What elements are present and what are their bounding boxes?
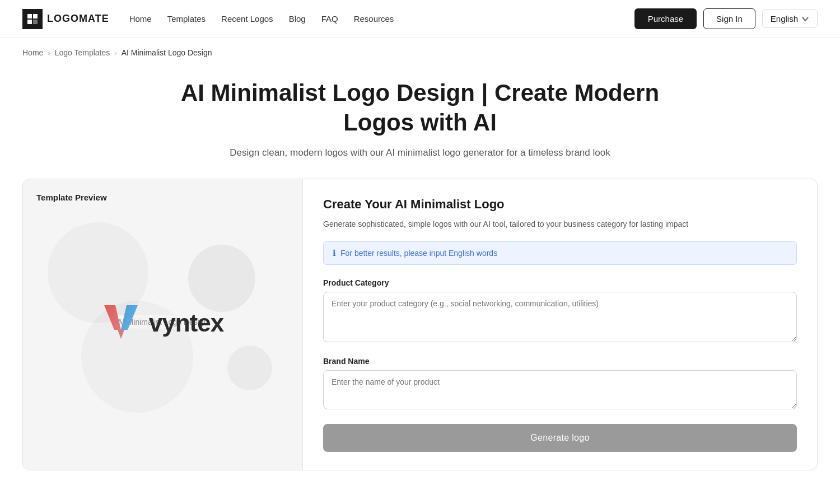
nav-templates[interactable]: Templates: [167, 14, 206, 24]
breadcrumb-home[interactable]: Home: [22, 48, 43, 57]
form-subtitle: Generate sophisticated, simple logos wit…: [323, 218, 797, 230]
main-content: Template Preview AI Minimalist Logo Desi…: [22, 179, 818, 470]
chevron-down-icon: [801, 15, 809, 23]
nav-left: LOGOMATE Home Templates Recent Logos Blo…: [22, 9, 394, 29]
svg-marker-5: [121, 305, 138, 330]
breadcrumb-separator-1: ›: [48, 49, 50, 57]
info-banner-text: For better results, please input English…: [340, 249, 497, 258]
navbar: LOGOMATE Home Templates Recent Logos Blo…: [0, 0, 840, 38]
svg-rect-2: [27, 20, 32, 24]
preview-logo-area: AI Minimalist Logo Design: [36, 211, 289, 435]
svg-marker-4: [104, 305, 121, 330]
product-category-group: Product Category: [323, 278, 797, 344]
language-label: English: [771, 14, 798, 24]
signin-button[interactable]: Sign In: [703, 8, 755, 29]
nav-blog[interactable]: Blog: [289, 14, 306, 24]
svg-marker-6: [118, 330, 124, 339]
product-category-input[interactable]: [323, 292, 797, 342]
breadcrumb-logo-templates[interactable]: Logo Templates: [55, 48, 110, 57]
hero-subtitle: Design clean, modern logos with our AI m…: [224, 147, 616, 158]
hero-title: AI Minimalist Logo Design | Create Moder…: [168, 78, 672, 137]
nav-home[interactable]: Home: [129, 14, 152, 24]
svg-rect-3: [33, 20, 38, 24]
form-title: Create Your AI Minimalist Logo: [323, 197, 797, 212]
nav-resources[interactable]: Resources: [354, 14, 394, 24]
hero-section: AI Minimalist Logo Design | Create Moder…: [0, 67, 840, 179]
language-selector[interactable]: English: [762, 10, 818, 28]
svg-rect-1: [33, 14, 38, 18]
logo-icon: [22, 9, 43, 29]
brand-name-group: Brand Name: [323, 357, 797, 412]
breadcrumb-current: AI Minimalist Logo Design: [122, 48, 212, 57]
preview-title: Template Preview: [36, 193, 289, 202]
logo[interactable]: LOGOMATE: [22, 9, 109, 29]
preview-panel: Template Preview AI Minimalist Logo Desi…: [23, 179, 303, 470]
nav-links: Home Templates Recent Logos Blog FAQ Res…: [129, 14, 394, 24]
logo-display: vyntex: [102, 301, 223, 346]
vyntex-icon: [102, 301, 140, 346]
form-panel: Create Your AI Minimalist Logo Generate …: [303, 179, 817, 470]
breadcrumb-separator-2: ›: [114, 49, 116, 57]
product-category-label: Product Category: [323, 278, 797, 287]
purchase-button[interactable]: Purchase: [634, 8, 697, 29]
generate-button[interactable]: Generate logo: [323, 424, 797, 452]
nav-faq[interactable]: FAQ: [321, 14, 338, 24]
logo-text: LOGOMATE: [47, 13, 109, 25]
brand-name-input[interactable]: [323, 370, 797, 409]
vyntex-brand-text: vyntex: [149, 309, 223, 337]
vyntex-logo-icon: [102, 301, 140, 346]
brand-name-label: Brand Name: [323, 357, 797, 366]
nav-right: Purchase Sign In English: [634, 8, 818, 29]
nav-recent-logos[interactable]: Recent Logos: [221, 14, 273, 24]
svg-rect-0: [27, 14, 32, 18]
bg-shape-4: [227, 346, 272, 390]
info-icon: ℹ: [333, 248, 336, 258]
breadcrumb: Home › Logo Templates › AI Minimalist Lo…: [0, 38, 840, 67]
info-banner: ℹ For better results, please input Engli…: [323, 241, 797, 265]
